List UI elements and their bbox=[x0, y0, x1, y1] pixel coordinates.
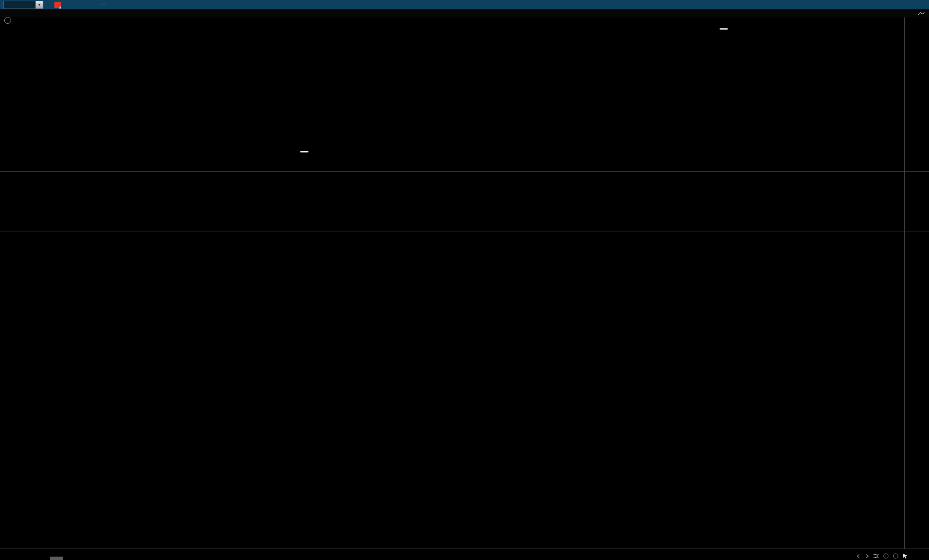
session-low-tooltip bbox=[300, 151, 309, 153]
pan-left-icon[interactable] bbox=[856, 554, 861, 558]
session-high-tooltip bbox=[719, 28, 728, 30]
trading-app-window: ▼ bbox=[0, 0, 929, 560]
top-bar: ▼ bbox=[0, 0, 929, 10]
zoom-out-icon[interactable] bbox=[893, 553, 898, 559]
settings-sliders-icon[interactable] bbox=[873, 554, 879, 558]
symbol-dropdown-arrow-icon[interactable]: ▼ bbox=[35, 1, 43, 8]
time-axis bbox=[0, 549, 929, 560]
time-scrollbar-thumb[interactable] bbox=[50, 557, 63, 560]
chart-header bbox=[0, 9, 929, 18]
rsi-pane[interactable] bbox=[0, 380, 929, 548]
session-eligibility-note bbox=[101, 4, 106, 5]
pan-right-icon[interactable] bbox=[865, 554, 869, 558]
chart-nav-controls bbox=[856, 553, 912, 559]
info-icon[interactable] bbox=[4, 17, 11, 24]
symbol-input[interactable]: ▼ bbox=[3, 1, 43, 9]
alert-count-badge[interactable] bbox=[54, 2, 61, 8]
cursor-pointer-icon[interactable] bbox=[903, 553, 908, 559]
volume-pane[interactable] bbox=[0, 172, 929, 231]
zoom-in-icon[interactable] bbox=[883, 553, 889, 559]
macd-pane[interactable] bbox=[0, 232, 929, 379]
price-axis-line bbox=[904, 17, 905, 549]
price-pane[interactable] bbox=[0, 17, 929, 171]
curve-style-icon[interactable] bbox=[918, 10, 925, 18]
